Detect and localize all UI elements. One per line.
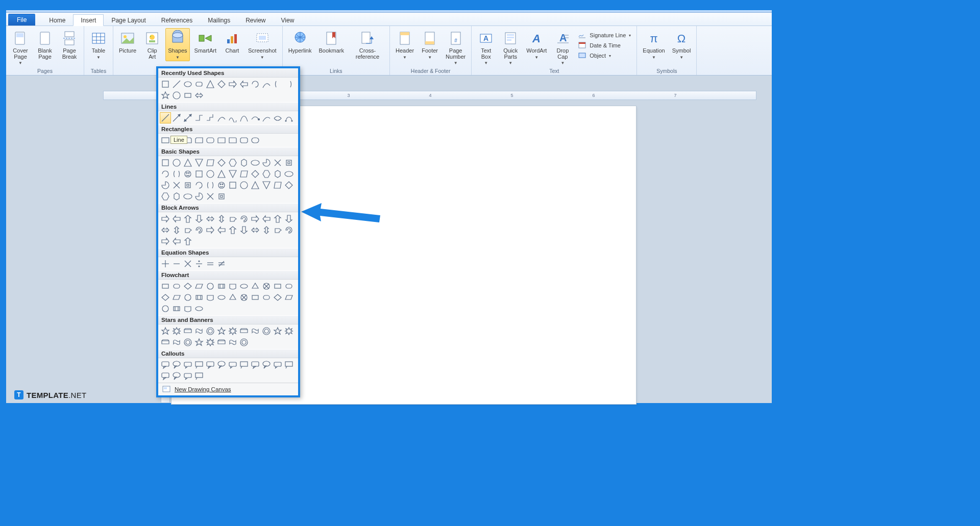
shape-option[interactable] bbox=[160, 303, 171, 314]
shape-option[interactable] bbox=[238, 281, 250, 292]
shape-option[interactable] bbox=[171, 337, 182, 348]
shape-option[interactable] bbox=[250, 325, 261, 337]
shape-option[interactable] bbox=[182, 90, 193, 101]
shape-option[interactable] bbox=[171, 168, 182, 180]
shape-option[interactable] bbox=[171, 191, 182, 202]
shape-option[interactable] bbox=[171, 359, 182, 370]
shape-option[interactable] bbox=[182, 180, 193, 191]
signature-line-button[interactable]: Signature Line ▾ bbox=[576, 30, 633, 40]
shape-option[interactable] bbox=[272, 112, 283, 123]
shape-option[interactable] bbox=[160, 337, 171, 348]
shape-option[interactable] bbox=[205, 112, 216, 123]
shape-option[interactable] bbox=[261, 157, 272, 168]
object-button[interactable]: Object ▾ bbox=[576, 51, 633, 61]
tab-home[interactable]: Home bbox=[41, 14, 73, 26]
shape-option[interactable] bbox=[193, 303, 205, 314]
shape-option[interactable] bbox=[250, 168, 261, 180]
shape-option[interactable] bbox=[160, 157, 171, 168]
shape-option[interactable] bbox=[238, 325, 250, 337]
chart-button[interactable]: Chart bbox=[221, 28, 243, 61]
shape-option[interactable] bbox=[272, 325, 283, 337]
shape-option[interactable] bbox=[193, 325, 205, 337]
shape-option[interactable] bbox=[193, 168, 205, 180]
shape-option[interactable] bbox=[261, 213, 272, 224]
shape-option[interactable] bbox=[193, 224, 205, 236]
shape-option[interactable] bbox=[193, 281, 205, 292]
shapes-dropdown[interactable]: Recently Used ShapesLinesRectanglesBasic… bbox=[156, 66, 300, 397]
shape-option[interactable] bbox=[250, 157, 261, 168]
shape-option[interactable] bbox=[193, 337, 205, 348]
page-break-button[interactable]: PageBreak bbox=[58, 28, 81, 67]
shape-option[interactable] bbox=[182, 213, 193, 224]
date-time-button[interactable]: Date & Time bbox=[576, 40, 633, 51]
shape-option[interactable] bbox=[160, 236, 171, 247]
shape-option[interactable] bbox=[182, 224, 193, 236]
drop-cap-button[interactable]: ADropCap▼ bbox=[551, 28, 574, 67]
wordart-button[interactable]: AWordArt▼ bbox=[524, 28, 549, 67]
shape-option[interactable] bbox=[205, 168, 216, 180]
shape-option[interactable] bbox=[160, 112, 171, 123]
shape-option[interactable] bbox=[182, 337, 193, 348]
shape-option[interactable] bbox=[283, 281, 295, 292]
footer-button[interactable]: Footer▼ bbox=[419, 28, 441, 67]
shape-option[interactable] bbox=[216, 325, 227, 337]
text-box-button[interactable]: ATextBox▼ bbox=[475, 28, 497, 67]
shape-option[interactable] bbox=[205, 157, 216, 168]
shape-option[interactable] bbox=[171, 90, 182, 101]
shape-option[interactable] bbox=[160, 191, 171, 202]
shape-option[interactable] bbox=[216, 258, 227, 269]
shape-option[interactable] bbox=[238, 157, 250, 168]
tab-review[interactable]: Review bbox=[238, 14, 273, 26]
shape-option[interactable] bbox=[182, 292, 193, 303]
shape-option[interactable] bbox=[261, 224, 272, 236]
shape-option[interactable] bbox=[171, 112, 182, 123]
shape-option[interactable] bbox=[261, 281, 272, 292]
shape-option[interactable] bbox=[160, 213, 171, 224]
tab-mailings[interactable]: Mailings bbox=[200, 14, 238, 26]
shape-option[interactable] bbox=[216, 112, 227, 123]
shape-option[interactable] bbox=[205, 337, 216, 348]
shape-option[interactable] bbox=[227, 359, 238, 370]
tab-references[interactable]: References bbox=[154, 14, 200, 26]
shape-option[interactable] bbox=[193, 213, 205, 224]
shape-option[interactable] bbox=[171, 325, 182, 337]
shape-option[interactable] bbox=[182, 281, 193, 292]
shape-option[interactable] bbox=[205, 359, 216, 370]
shape-option[interactable] bbox=[171, 180, 182, 191]
shape-option[interactable] bbox=[160, 370, 171, 382]
shape-option[interactable] bbox=[227, 337, 238, 348]
shape-option[interactable] bbox=[205, 180, 216, 191]
shape-option[interactable] bbox=[250, 79, 261, 90]
shape-option[interactable] bbox=[193, 79, 205, 90]
shape-option[interactable] bbox=[250, 180, 261, 191]
shape-option[interactable] bbox=[160, 180, 171, 191]
shape-option[interactable] bbox=[205, 292, 216, 303]
tab-page-layout[interactable]: Page Layout bbox=[104, 14, 153, 26]
shape-option[interactable] bbox=[160, 90, 171, 101]
shape-option[interactable] bbox=[272, 224, 283, 236]
shape-option[interactable] bbox=[193, 370, 205, 382]
shape-option[interactable] bbox=[272, 292, 283, 303]
shape-option[interactable] bbox=[193, 112, 205, 123]
shape-option[interactable] bbox=[238, 112, 250, 123]
shape-option[interactable] bbox=[261, 79, 272, 90]
cover-page-button[interactable]: CoverPage▼ bbox=[9, 28, 32, 67]
shapes-button[interactable]: Shapes▼ bbox=[165, 28, 189, 61]
shape-option[interactable] bbox=[160, 168, 171, 180]
shape-option[interactable] bbox=[182, 370, 193, 382]
shape-option[interactable] bbox=[250, 213, 261, 224]
tab-insert[interactable]: Insert bbox=[73, 14, 104, 26]
shape-option[interactable] bbox=[182, 112, 193, 123]
shape-option[interactable] bbox=[171, 281, 182, 292]
shape-option[interactable] bbox=[171, 213, 182, 224]
shape-option[interactable] bbox=[238, 292, 250, 303]
shape-option[interactable] bbox=[272, 180, 283, 191]
shape-option[interactable] bbox=[160, 135, 171, 146]
shape-option[interactable] bbox=[160, 258, 171, 269]
shape-option[interactable] bbox=[261, 180, 272, 191]
shape-option[interactable] bbox=[250, 359, 261, 370]
shape-option[interactable] bbox=[193, 292, 205, 303]
shape-option[interactable] bbox=[171, 236, 182, 247]
shape-option[interactable] bbox=[216, 337, 227, 348]
shape-option[interactable] bbox=[227, 180, 238, 191]
